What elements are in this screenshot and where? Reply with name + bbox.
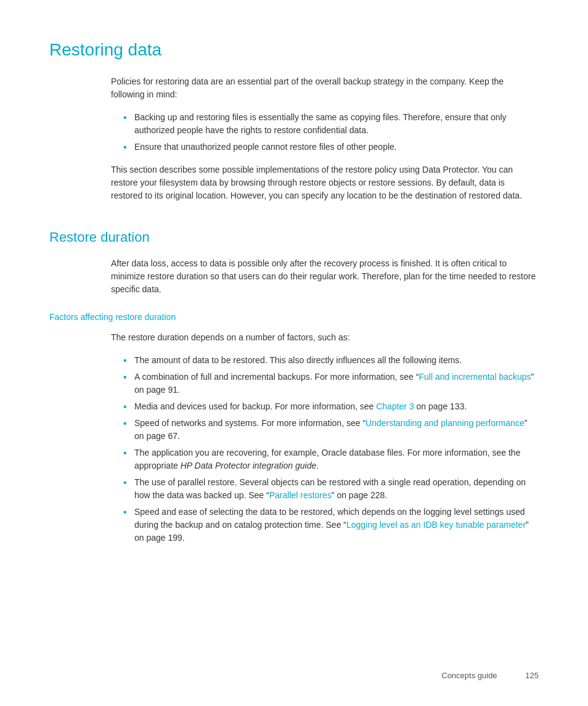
page-footer: Concepts guide 125 xyxy=(441,670,539,682)
bullet-text: Ensure that unauthorized people cannot r… xyxy=(134,142,397,152)
bullet-text-before: A combination of full and incremental ba… xyxy=(134,372,419,382)
footer-separator xyxy=(507,670,515,682)
bullet-italic-text: HP Data Protector integration guide xyxy=(181,461,317,470)
bullet-text-after: . xyxy=(316,461,319,470)
bullet-text: Speed of networks and systems. For more … xyxy=(134,418,527,441)
list-item: A combination of full and incremental ba… xyxy=(123,371,539,396)
understanding-planning-performance-link[interactable]: Understanding and planning performance xyxy=(365,418,525,428)
list-item: Backing up and restoring files is essent… xyxy=(123,111,539,137)
bullet-text: The use of parallel restore. Several obj… xyxy=(134,477,526,500)
bullet-text-before: The amount of data to be restored. This … xyxy=(134,355,462,365)
list-item: The use of parallel restore. Several obj… xyxy=(123,476,539,502)
bullet-text: The application you are recovering, for … xyxy=(134,448,520,470)
section-title-restore-duration: Restore duration xyxy=(49,227,539,247)
footer-label: Concepts guide xyxy=(441,671,497,680)
list-item: The amount of data to be restored. This … xyxy=(123,354,539,367)
factors-bullet-list: The amount of data to be restored. This … xyxy=(123,354,539,544)
restore-duration-paragraph: After data loss, access to data is possi… xyxy=(111,257,539,296)
bullet-text: Media and devices used for backup. For m… xyxy=(134,401,467,411)
bullet-text-before: Speed of networks and systems. For more … xyxy=(134,418,365,428)
bullet-text: A combination of full and incremental ba… xyxy=(134,372,534,395)
list-item: Speed and ease of selecting the data to … xyxy=(123,506,539,544)
bullet-text-before: Media and devices used for backup. For m… xyxy=(134,401,376,411)
bullet-text-after: on page 133. xyxy=(414,401,467,411)
bullet-text: Speed and ease of selecting the data to … xyxy=(134,507,529,543)
full-incremental-backups-link[interactable]: Full and incremental backups xyxy=(419,372,531,382)
logging-level-idb-link[interactable]: Logging level as an IDB key tunable para… xyxy=(346,520,526,530)
subsection-title-factors: Factors affecting restore duration xyxy=(49,311,539,324)
intro-paragraph-2: This section describes some possible imp… xyxy=(111,163,539,202)
list-item: Speed of networks and systems. For more … xyxy=(123,417,539,443)
factors-intro: The restore duration depends on a number… xyxy=(111,331,539,344)
list-item: Ensure that unauthorized people cannot r… xyxy=(123,141,539,154)
intro-bullet-list: Backing up and restoring files is essent… xyxy=(123,111,539,154)
chapter-3-link[interactable]: Chapter 3 xyxy=(376,401,414,411)
list-item: Media and devices used for backup. For m… xyxy=(123,400,539,413)
footer-page-number: 125 xyxy=(525,671,539,680)
bullet-text-after: ” on page 228. xyxy=(332,490,387,500)
page-title: Restoring data xyxy=(49,37,539,63)
parallel-restores-link[interactable]: Parallel restores xyxy=(269,490,332,500)
intro-paragraph-1: Policies for restoring data are an essen… xyxy=(111,75,539,101)
bullet-text: Backing up and restoring files is essent… xyxy=(134,112,507,135)
list-item: The application you are recovering, for … xyxy=(123,446,539,472)
bullet-text: The amount of data to be restored. This … xyxy=(134,355,462,365)
